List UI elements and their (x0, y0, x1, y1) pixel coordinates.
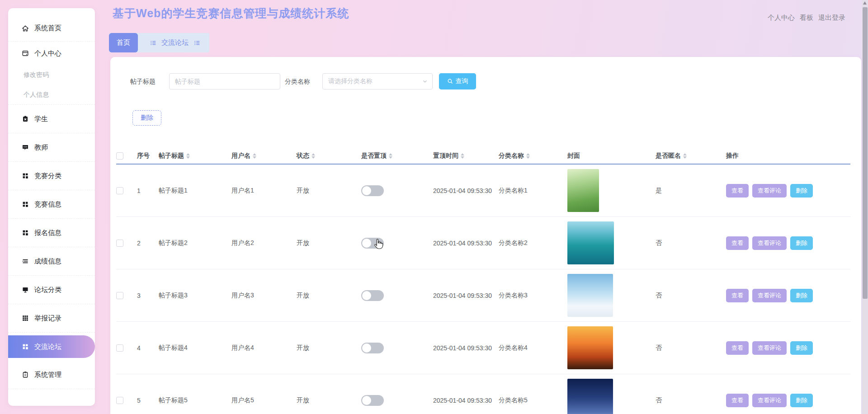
header-cell-4[interactable]: 状态 (294, 152, 359, 160)
pin-toggle[interactable] (361, 290, 384, 301)
header-cell-label: 封面 (567, 152, 580, 160)
sidebar: 系统首页个人中心修改密码个人信息学生教师竞赛分类竞赛信息报名信息成绩信息论坛分类… (8, 8, 95, 406)
header-cell-5[interactable]: 是否置顶 (359, 152, 430, 160)
delete-button[interactable]: 删除 (790, 236, 813, 250)
row-category: 分类名称1 (496, 187, 565, 195)
table-row-3: 3帖子标题3用户名3开放2025-01-04 09:53:30分类名称3否查看查… (116, 269, 850, 322)
sidebar-item-1[interactable]: 系统首页 (8, 15, 95, 42)
sidebar-item-label: 个人中心 (34, 49, 61, 58)
main-card: 帖子标题 分类名称 请选择分类名称 查询 删除 序号帖子标题用户名状态是否置顶置… (110, 57, 861, 414)
category-select[interactable]: 请选择分类名称 (322, 73, 433, 89)
sidebar-item-label: 论坛分类 (34, 286, 61, 294)
delete-button[interactable]: 删除 (790, 394, 813, 407)
header-cell-7[interactable]: 分类名称 (496, 152, 565, 160)
sidebar-item-12[interactable]: 举报记录 (8, 304, 95, 333)
home-icon (22, 25, 29, 32)
sidebar-item-9[interactable]: 报名信息 (8, 219, 95, 247)
tab-home[interactable]: 首页 (109, 33, 138, 52)
view-comments-button[interactable]: 查看评论 (752, 184, 787, 198)
post-title-input[interactable] (169, 73, 280, 89)
cover-image-skier-snow-photo (567, 274, 613, 317)
view-comments-button[interactable]: 查看评论 (752, 289, 787, 302)
select-all-checkbox[interactable] (116, 152, 123, 160)
delete-button[interactable]: 删除 (790, 184, 813, 198)
pin-toggle-knob (362, 396, 371, 405)
scrollbar[interactable] (862, 0, 868, 414)
row-checkbox[interactable] (116, 240, 123, 247)
view-button[interactable]: 查看 (726, 184, 749, 198)
sidebar-item-7[interactable]: 竞赛分类 (8, 162, 95, 190)
sidebar-item-13-active[interactable]: 交流论坛 (8, 335, 95, 358)
view-button[interactable]: 查看 (726, 289, 749, 302)
monitor-icon (22, 286, 29, 293)
sort-caret-icon[interactable] (389, 153, 392, 159)
pin-toggle[interactable] (361, 238, 384, 249)
row-anonymous: 否 (653, 292, 723, 300)
view-comments-button[interactable]: 查看评论 (752, 341, 787, 355)
query-button[interactable]: 查询 (439, 73, 476, 89)
header-cell-label: 操作 (726, 152, 739, 160)
row-index: 1 (134, 187, 156, 194)
sidebar-item-4[interactable]: 个人信息 (8, 85, 95, 105)
sidebar-item-2[interactable]: 个人中心 (8, 42, 95, 65)
row-index: 3 (134, 292, 156, 299)
delete-button[interactable]: 删除 (790, 289, 813, 302)
sort-caret-icon[interactable] (683, 153, 687, 159)
header-cell-2[interactable]: 帖子标题 (156, 152, 229, 160)
sidebar-item-6[interactable]: 教师 (8, 133, 95, 162)
scrollbar-up-arrow[interactable] (863, 1, 867, 5)
sort-caret-icon[interactable] (526, 153, 530, 159)
grid9-icon (22, 315, 29, 322)
sidebar-item-14[interactable]: 系统管理 (8, 361, 95, 389)
sort-caret-icon[interactable] (311, 153, 315, 159)
view-button[interactable]: 查看 (726, 341, 749, 355)
row-status: 开放 (294, 187, 359, 195)
row-username: 用户名4 (229, 344, 294, 352)
row-category: 分类名称3 (496, 292, 565, 300)
clipboard-icon (22, 371, 29, 378)
sidebar-item-label: 报名信息 (34, 229, 61, 237)
sidebar-item-11[interactable]: 论坛分类 (8, 276, 95, 304)
posts-table: 序号帖子标题用户名状态是否置顶置顶时间分类名称封面是否匿名操作 1帖子标题1用户… (116, 148, 850, 414)
sidebar-item-8[interactable]: 竞赛信息 (8, 190, 95, 219)
sidebar-item-5[interactable]: 学生 (8, 105, 95, 133)
pin-toggle[interactable] (361, 395, 384, 406)
tab-list-icon-left[interactable] (150, 40, 156, 46)
row-checkbox[interactable] (116, 187, 123, 194)
sort-caret-icon[interactable] (186, 153, 190, 159)
view-button[interactable]: 查看 (726, 236, 749, 250)
row-checkbox[interactable] (116, 397, 123, 404)
header-cell-label: 序号 (137, 152, 150, 160)
nav-link-dashboard[interactable]: 看板 (800, 14, 813, 22)
sort-caret-icon[interactable] (253, 153, 256, 159)
tab-forum[interactable]: 交流论坛 (161, 38, 189, 47)
header-cell-6[interactable]: 置顶时间 (430, 152, 496, 160)
delete-button[interactable]: 删除 (790, 341, 813, 355)
pin-toggle[interactable] (361, 185, 384, 196)
row-checkbox[interactable] (116, 292, 123, 299)
grid-icon (22, 229, 29, 236)
view-comments-button[interactable]: 查看评论 (752, 394, 787, 407)
scrollbar-thumb[interactable] (863, 7, 868, 299)
header-cell-3[interactable]: 用户名 (229, 152, 294, 160)
chat-icon (22, 144, 29, 151)
pin-toggle[interactable] (361, 343, 384, 353)
view-comments-button[interactable]: 查看评论 (752, 236, 787, 250)
clipboard-x-icon (22, 115, 29, 122)
row-category: 分类名称4 (496, 344, 565, 352)
header-cell-9[interactable]: 是否匿名 (653, 152, 723, 160)
row-anonymous: 否 (653, 344, 723, 352)
view-button[interactable]: 查看 (726, 394, 749, 407)
row-checkbox[interactable] (116, 344, 123, 352)
sidebar-item-label: 交流论坛 (34, 343, 61, 351)
tab-list-icon-right[interactable] (194, 40, 200, 46)
post-title-label: 帖子标题 (130, 73, 156, 89)
nav-link-user-center[interactable]: 个人中心 (768, 14, 795, 22)
sidebar-item-10[interactable]: 成绩信息 (8, 247, 95, 276)
row-username: 用户名5 (229, 396, 294, 405)
pin-toggle-knob (362, 186, 371, 195)
delete-selected-button[interactable]: 删除 (132, 110, 161, 126)
sort-caret-icon[interactable] (461, 153, 464, 159)
nav-link-logout[interactable]: 退出登录 (818, 14, 845, 22)
sidebar-item-3[interactable]: 修改密码 (8, 65, 95, 85)
